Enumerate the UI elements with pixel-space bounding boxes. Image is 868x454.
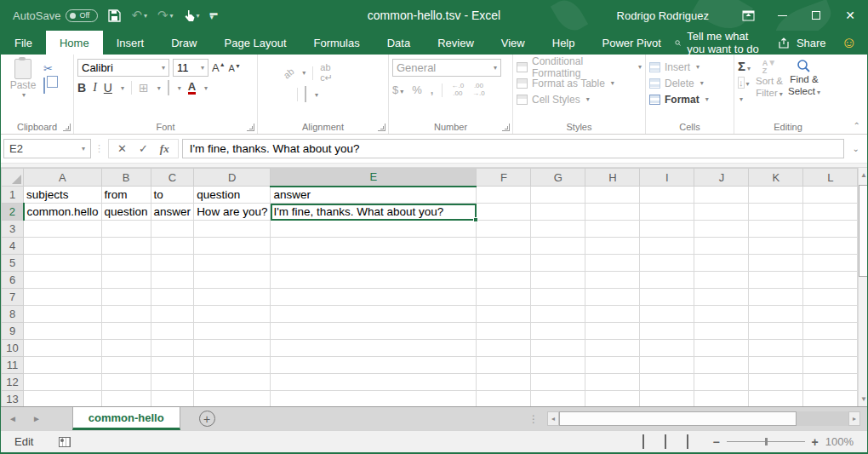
cell-F10[interactable] (477, 340, 531, 357)
decrease-decimal-button[interactable]: .00→.0 (472, 83, 485, 98)
zoom-level[interactable]: 100% (825, 435, 854, 448)
cell-E10[interactable] (271, 340, 477, 357)
orientation-caret[interactable]: ▾ (302, 69, 306, 77)
cell-C13[interactable] (151, 391, 194, 407)
cell-E4[interactable] (271, 238, 477, 255)
page-layout-view-button[interactable] (665, 435, 666, 448)
cell-G12[interactable] (531, 374, 585, 391)
cell-C7[interactable] (151, 289, 194, 306)
decrease-font-button[interactable]: A▼ (229, 63, 241, 73)
cell-K2[interactable] (749, 204, 803, 221)
col-header-D[interactable]: D (194, 169, 271, 187)
cell-F1[interactable] (477, 187, 531, 204)
insert-cells-button[interactable]: Insert ▾ (649, 59, 730, 75)
formula-input[interactable]: I'm fine, thanks. What about you? (182, 139, 844, 158)
row-header-3[interactable]: 3 (2, 221, 24, 238)
cancel-button[interactable]: ✕ (117, 142, 127, 155)
italic-button[interactable]: I (93, 81, 97, 95)
copy-button[interactable] (43, 78, 53, 94)
row-header-11[interactable]: 11 (2, 357, 24, 374)
cell-K13[interactable] (749, 391, 803, 407)
cell-F4[interactable] (477, 238, 531, 255)
horizontal-scroll-thumb[interactable] (559, 411, 797, 426)
cell-K1[interactable] (749, 187, 803, 204)
cell-G7[interactable] (531, 289, 585, 306)
cell-D7[interactable] (194, 289, 271, 306)
cell-E11[interactable] (271, 357, 477, 374)
cell-G4[interactable] (531, 238, 585, 255)
cell-B2[interactable]: question (101, 204, 151, 221)
name-box-caret[interactable]: ▾ (82, 145, 85, 152)
row-header-13[interactable]: 13 (2, 391, 24, 407)
cell-B3[interactable] (101, 221, 151, 238)
formula-bar-expand-button[interactable]: ⌄ (848, 144, 865, 153)
enter-button[interactable]: ✓ (139, 142, 148, 155)
conditional-formatting-button[interactable]: Conditional Formatting ▾ (517, 59, 642, 75)
underline-button[interactable]: U (104, 81, 112, 95)
cell-E5[interactable] (271, 255, 477, 272)
cell-D12[interactable] (194, 374, 271, 391)
row-header-9[interactable]: 9 (2, 323, 24, 340)
cell-B6[interactable] (101, 272, 151, 289)
cell-L13[interactable] (803, 391, 858, 407)
cell-F8[interactable] (477, 306, 531, 323)
cell-J4[interactable] (694, 238, 749, 255)
cell-L4[interactable] (803, 238, 858, 255)
cell-G3[interactable] (531, 221, 585, 238)
horizontal-scroll-track[interactable] (559, 411, 848, 426)
cell-I9[interactable] (640, 323, 694, 340)
increase-decimal-button[interactable]: ←.0.00 (451, 83, 464, 98)
row-header-5[interactable]: 5 (2, 255, 24, 272)
cell-E8[interactable] (271, 306, 477, 323)
merge-center-caret[interactable]: ▾ (315, 91, 318, 99)
cell-I1[interactable] (640, 187, 694, 204)
cell-I7[interactable] (640, 289, 694, 306)
zoom-slider-thumb[interactable] (765, 438, 768, 445)
save-button[interactable] (108, 9, 121, 22)
cell-I5[interactable] (640, 255, 694, 272)
cell-C4[interactable] (151, 238, 194, 255)
cell-K5[interactable] (749, 255, 803, 272)
autosave-switch[interactable]: Off (66, 9, 98, 22)
col-header-A[interactable]: A (24, 169, 102, 187)
clear-button[interactable]: ▾ (738, 91, 751, 104)
row-header-4[interactable]: 4 (2, 238, 24, 255)
font-dialog-launcher[interactable] (247, 124, 254, 131)
undo-button[interactable]: ↶▾ (131, 8, 147, 23)
cell-L3[interactable] (803, 221, 858, 238)
cell-H3[interactable] (585, 221, 640, 238)
zoom-out-button[interactable]: − (712, 435, 719, 449)
cell-E3[interactable] (271, 221, 477, 238)
horizontal-scrollbar[interactable]: ◂ ▸ (547, 411, 860, 426)
autosave-toggle[interactable]: AutoSave Off (13, 9, 98, 22)
share-button[interactable]: Share (779, 37, 826, 49)
cell-K8[interactable] (749, 306, 803, 323)
row-header-12[interactable]: 12 (2, 374, 24, 391)
font-size-select[interactable]: 11▾ (173, 59, 208, 77)
cell-L2[interactable] (803, 204, 858, 221)
touch-mouse-mode-button[interactable]: ▾ (184, 9, 200, 22)
accounting-format-button[interactable]: $▾ (392, 83, 403, 96)
col-header-F[interactable]: F (477, 169, 531, 187)
cell-E1[interactable]: answer (271, 187, 477, 204)
cell-F5[interactable] (477, 255, 531, 272)
fill-button[interactable]: ↓▾ (738, 76, 751, 89)
new-sheet-button[interactable]: + (199, 411, 215, 427)
cell-J1[interactable] (694, 187, 749, 204)
cell-B7[interactable] (101, 289, 151, 306)
sheet-nav-left-button[interactable]: ◄ (1, 414, 25, 423)
cell-C6[interactable] (151, 272, 194, 289)
number-format-select[interactable]: General▾ (392, 59, 501, 77)
cell-I3[interactable] (640, 221, 694, 238)
cell-G2[interactable] (531, 204, 585, 221)
cell-C1[interactable]: to (151, 187, 194, 204)
tab-home[interactable]: Home (46, 31, 103, 55)
cell-H11[interactable] (585, 357, 640, 374)
cell-A1[interactable]: subjects (24, 187, 102, 204)
cell-J3[interactable] (694, 221, 749, 238)
col-header-C[interactable]: C (151, 169, 194, 187)
row-header-10[interactable]: 10 (2, 340, 24, 357)
cell-L10[interactable] (803, 340, 858, 357)
tab-page-layout[interactable]: Page Layout (211, 31, 300, 55)
cell-J12[interactable] (694, 374, 749, 391)
